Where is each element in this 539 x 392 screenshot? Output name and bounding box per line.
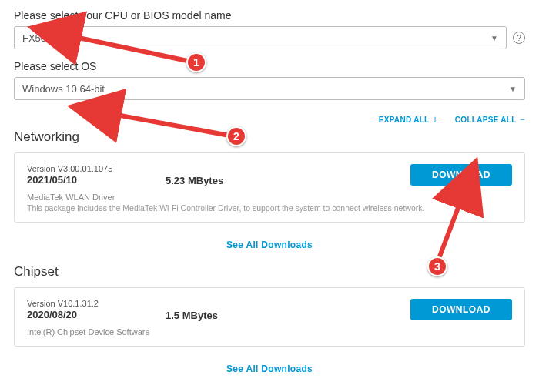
expand-all-label: EXPAND ALL (379, 116, 430, 124)
plus-icon: + (432, 114, 437, 125)
chipset-size: 1.5 MBytes (166, 299, 410, 321)
see-all-downloads-networking[interactable]: See All Downloads (14, 230, 525, 260)
chipset-date: 2020/08/20 (27, 309, 166, 320)
minus-icon: − (520, 114, 525, 125)
networking-size: 5.23 MBytes (166, 164, 410, 186)
download-button-networking[interactable]: DOWNLOAD (410, 164, 512, 186)
chipset-driver-name: Intel(R) Chipset Device Software (27, 327, 512, 337)
help-icon[interactable]: ? (513, 32, 525, 44)
networking-driver-name: MediaTek WLAN Driver (27, 193, 512, 202)
os-select-value: Windows 10 64-bit (22, 83, 105, 95)
cpu-select[interactable]: FX506LH ▼ (14, 26, 507, 49)
download-button-chipset[interactable]: DOWNLOAD (410, 299, 512, 320)
chipset-card: Version V10.1.31.2 2020/08/20 1.5 MBytes… (14, 287, 525, 347)
networking-driver-desc: This package includes the MediaTek Wi-Fi… (27, 203, 512, 213)
collapse-all-link[interactable]: COLLAPSE ALL − (455, 114, 525, 125)
networking-version: Version V3.00.01.1075 (27, 164, 166, 173)
section-title-networking: Networking (14, 129, 525, 145)
section-title-chipset: Chipset (14, 264, 525, 280)
os-select-label: Please select OS (14, 60, 525, 72)
see-all-downloads-chipset[interactable]: See All Downloads (14, 354, 525, 384)
chevron-down-icon: ▼ (509, 85, 517, 93)
cpu-select-value: FX506LH (22, 32, 65, 44)
collapse-all-label: COLLAPSE ALL (455, 116, 517, 124)
expand-all-link[interactable]: EXPAND ALL + (379, 114, 438, 125)
cpu-select-label: Please select your CPU or BIOS model nam… (14, 9, 525, 22)
networking-card: Version V3.00.01.1075 2021/05/10 5.23 MB… (14, 152, 525, 223)
os-select[interactable]: Windows 10 64-bit ▼ (14, 77, 525, 100)
chevron-down-icon: ▼ (490, 34, 498, 42)
chipset-version: Version V10.1.31.2 (27, 299, 166, 308)
networking-date: 2021/05/10 (27, 174, 166, 186)
